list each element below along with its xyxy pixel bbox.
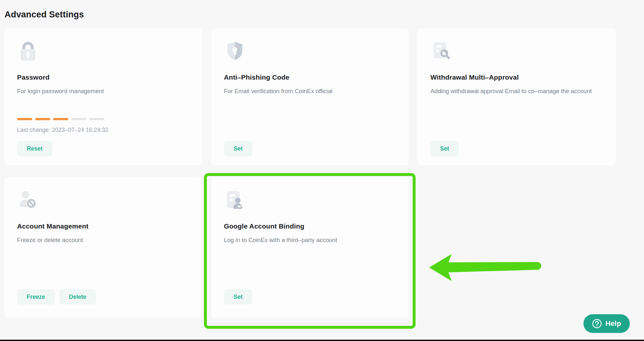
window-bottom-edge xyxy=(0,340,644,341)
help-label: Help xyxy=(605,319,621,328)
card-description: Adding withdrawal approval Email to co–m… xyxy=(430,87,603,96)
document-search-icon xyxy=(430,40,452,62)
question-circle-icon xyxy=(592,319,602,328)
card-title: Anti–Phishing Code xyxy=(224,73,396,81)
card-description: For login password management xyxy=(17,87,189,96)
password-last-change: Last change: 2023–07–24 16:24:32 xyxy=(17,127,108,133)
card-description: Log in to CoinEx with a third–party acco… xyxy=(224,236,396,245)
withdrawal-set-button[interactable]: Set xyxy=(430,141,459,156)
card-password: Password For login password management L… xyxy=(4,28,202,165)
document-user-icon xyxy=(224,189,246,211)
freeze-button[interactable]: Freeze xyxy=(17,289,55,305)
delete-button[interactable]: Delete xyxy=(59,289,96,305)
google-binding-set-button[interactable]: Set xyxy=(224,289,252,305)
reset-button[interactable]: Reset xyxy=(17,141,52,156)
shield-keyhole-icon xyxy=(224,40,246,62)
anti-phishing-set-button[interactable]: Set xyxy=(224,141,252,156)
card-description: For Email verification from CoinEx offic… xyxy=(224,87,396,96)
strength-bar-segment xyxy=(35,118,50,120)
page-title: Advanced Settings xyxy=(5,10,84,20)
card-title: Account Management xyxy=(17,222,189,230)
password-strength-bars xyxy=(17,118,104,120)
card-description: Freeze or delete account xyxy=(17,236,189,245)
card-anti-phishing: Anti–Phishing Code For Email verificatio… xyxy=(211,28,409,165)
user-blocked-icon xyxy=(17,189,39,211)
strength-bar-segment xyxy=(89,118,104,120)
strength-bar-segment xyxy=(71,118,86,120)
card-withdrawal-multi-approval: Withdrawal Multi–Approval Adding withdra… xyxy=(418,28,616,165)
lock-icon xyxy=(17,40,39,62)
strength-bar-segment xyxy=(17,118,32,120)
card-title: Google Account Binding xyxy=(224,222,396,230)
card-title: Withdrawal Multi–Approval xyxy=(430,73,603,81)
card-account-management: Account Management Freeze or delete acco… xyxy=(4,177,202,317)
strength-bar-segment xyxy=(53,118,68,120)
help-button[interactable]: Help xyxy=(583,314,630,333)
card-google-account-binding: Google Account Binding Log in to CoinEx … xyxy=(211,177,409,317)
card-title: Password xyxy=(17,73,189,81)
